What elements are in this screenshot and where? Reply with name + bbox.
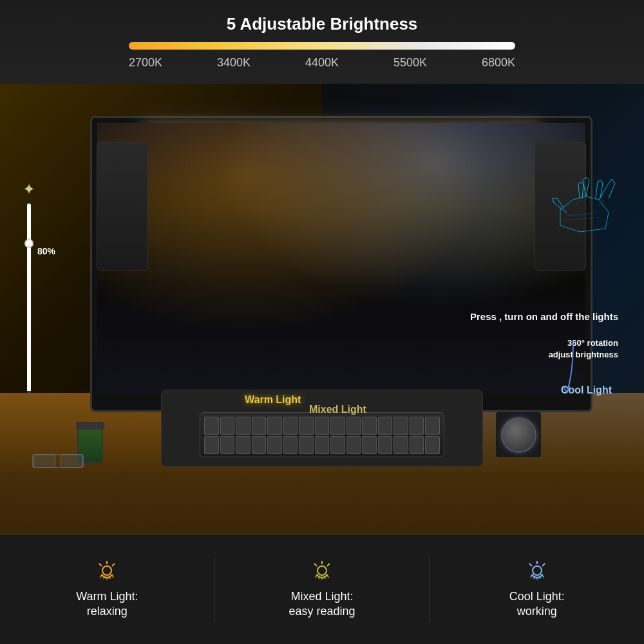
- svg-line-3: [586, 177, 589, 180]
- key: [236, 436, 251, 454]
- warm-mode-icon: [94, 560, 120, 583]
- svg-line-21: [567, 213, 599, 216]
- cool-mode-label: Cool Light: working: [509, 589, 565, 620]
- mixed-light-label: Mixed Light: [309, 404, 366, 415]
- key: [204, 436, 219, 454]
- warm-light-label: Warm Light: [245, 394, 301, 406]
- key: [236, 417, 251, 435]
- cool-mode: Cool Light: working: [430, 560, 644, 620]
- warm-mode: Warm Light: relaxing: [0, 560, 214, 620]
- kelvin-3400: 3400K: [217, 56, 251, 70]
- glasses-lens-left: [33, 454, 55, 468]
- brightness-label: 80%: [37, 246, 55, 256]
- monitor-wrapper: [90, 97, 592, 431]
- key: [393, 436, 408, 454]
- svg-line-40: [316, 574, 317, 578]
- key: [220, 417, 235, 435]
- key: [330, 436, 345, 454]
- monitor-screen: [97, 123, 585, 393]
- svg-line-22: [564, 218, 600, 220]
- svg-line-16: [582, 185, 583, 198]
- key: [362, 417, 377, 435]
- svg-point-27: [102, 566, 111, 575]
- kelvin-4400: 4400K: [305, 56, 339, 70]
- svg-line-30: [112, 564, 115, 566]
- svg-line-7: [612, 179, 615, 184]
- key: [204, 417, 219, 435]
- key: [299, 417, 314, 435]
- key: [315, 436, 330, 454]
- key: [378, 417, 393, 435]
- key: [252, 417, 267, 435]
- svg-line-29: [99, 564, 102, 566]
- svg-line-52: [540, 576, 540, 579]
- key: [283, 436, 298, 454]
- svg-line-48: [542, 564, 545, 566]
- kelvin-2700: 2700K: [129, 56, 162, 70]
- svg-line-12: [600, 183, 603, 198]
- key: [378, 436, 393, 454]
- svg-marker-0: [560, 196, 609, 232]
- key: [267, 417, 282, 435]
- svg-line-8: [609, 184, 615, 198]
- page-title: 5 Adjustable Brightness: [227, 14, 418, 34]
- key: [410, 417, 424, 435]
- press-instruction: Press , turn on and off the lights: [470, 311, 618, 322]
- header: 5 Adjustable Brightness 2700K 3400K 4400…: [0, 0, 644, 84]
- svg-line-18: [553, 198, 554, 203]
- key: [425, 436, 440, 454]
- slider-thumb[interactable]: [24, 239, 33, 248]
- svg-line-43: [325, 576, 325, 579]
- speaker-left: [97, 142, 148, 270]
- bottom-section: Warm Light: relaxing Mixed Light: easy r…: [0, 535, 644, 644]
- cave-scene: [97, 123, 585, 393]
- key: [346, 417, 361, 435]
- svg-line-10: [598, 180, 601, 182]
- svg-point-36: [317, 566, 327, 575]
- mixed-mode: Mixed Light: easy reading: [215, 560, 430, 620]
- svg-line-49: [531, 574, 532, 578]
- svg-line-9: [596, 182, 598, 198]
- control-knob[interactable]: [501, 417, 536, 453]
- svg-line-6: [609, 179, 612, 184]
- keyboard-keys: [204, 417, 440, 454]
- key: [393, 417, 408, 435]
- brightness-gradient-bar: [129, 42, 515, 50]
- kelvin-labels: 2700K 3400K 4400K 5500K 6800K: [129, 56, 515, 70]
- svg-line-34: [109, 576, 110, 579]
- key: [315, 417, 330, 435]
- svg-line-50: [534, 576, 535, 579]
- mixed-mode-label: Mixed Light: easy reading: [289, 589, 355, 620]
- key: [252, 436, 267, 454]
- svg-line-31: [100, 574, 102, 578]
- svg-line-38: [314, 564, 317, 566]
- key: [346, 436, 361, 454]
- knob-base: [496, 412, 541, 457]
- svg-line-13: [578, 184, 580, 198]
- warm-mode-label: Warm Light: relaxing: [76, 589, 138, 620]
- key: [410, 436, 424, 454]
- hand-wireframe: [547, 174, 631, 245]
- glasses: [32, 451, 84, 470]
- sun-icon-top: ✦: [23, 180, 35, 198]
- svg-line-14: [578, 182, 581, 184]
- svg-line-4: [586, 180, 589, 196]
- svg-line-26: [598, 200, 604, 207]
- svg-line-35: [112, 574, 113, 578]
- key: [299, 436, 314, 454]
- glasses-lens-right: [61, 454, 82, 468]
- keyboard: [200, 412, 444, 457]
- main-scene: ✦ 80%: [0, 84, 644, 535]
- svg-line-44: [327, 574, 328, 578]
- svg-line-47: [529, 564, 532, 566]
- svg-line-2: [583, 177, 586, 180]
- svg-line-39: [327, 564, 330, 566]
- arrow-connector: [554, 341, 592, 406]
- mixed-mode-icon: [309, 560, 335, 583]
- control-knob-wrapper: [496, 412, 541, 457]
- kelvin-5500: 5500K: [393, 56, 427, 70]
- monitor-outer: [90, 116, 592, 412]
- key: [330, 417, 345, 435]
- key: [362, 436, 377, 454]
- kelvin-6800: 6800K: [482, 56, 515, 70]
